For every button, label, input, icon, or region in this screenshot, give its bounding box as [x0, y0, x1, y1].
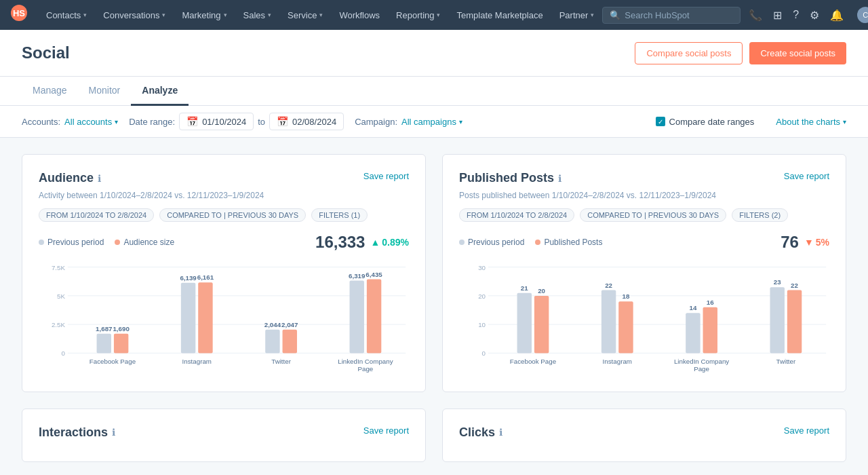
date-to-input[interactable]: 📅 02/08/2024: [269, 113, 344, 130]
compare-checkbox[interactable]: ✓: [656, 117, 665, 126]
nav-items: Contacts ▾ Conversations ▾ Marketing ▾ S…: [38, 0, 602, 30]
clicks-save-report[interactable]: Save report: [784, 425, 829, 436]
date-to-sep: to: [258, 117, 265, 127]
clicks-header: Clicks ℹ Save report: [459, 425, 829, 440]
info-icon[interactable]: ℹ: [558, 173, 561, 184]
published-posts-activity-note: Posts published between 1/10/2024–2/8/20…: [459, 191, 829, 200]
svg-text:2,047: 2,047: [281, 321, 298, 328]
audience-activity-note: Activity between 1/10/2024–2/8/2024 vs. …: [39, 191, 409, 200]
avatar: C: [857, 7, 868, 23]
tabs: Manage Monitor Analyze: [0, 77, 868, 106]
notifications-icon[interactable]: 🔔: [827, 6, 846, 24]
chevron-down-icon: ▾: [437, 12, 440, 18]
chevron-down-icon: ▾: [224, 12, 227, 18]
compare-label: Compare date ranges: [669, 117, 755, 127]
help-icon[interactable]: ?: [790, 6, 802, 24]
svg-text:10: 10: [478, 321, 486, 328]
svg-text:21: 21: [521, 284, 528, 292]
nav-partner[interactable]: Partner ▾: [551, 0, 603, 30]
audience-metric-value: 16,333: [315, 233, 365, 252]
svg-text:6,319: 6,319: [349, 272, 366, 280]
svg-text:7.5K: 7.5K: [52, 264, 66, 271]
tab-manage[interactable]: Manage: [22, 77, 78, 106]
svg-text:14: 14: [689, 304, 696, 311]
svg-text:23: 23: [774, 278, 781, 286]
hubspot-logo[interactable]: HS: [11, 5, 27, 25]
calendar-icon: 📅: [186, 116, 198, 127]
legend-dot-curr: [535, 240, 540, 245]
settings-icon[interactable]: ⚙: [807, 6, 822, 24]
audience-tag-2[interactable]: FILTERS (1): [311, 208, 368, 222]
pp-legend-prev: Previous period: [459, 238, 524, 247]
svg-rect-16: [198, 282, 212, 353]
phone-icon[interactable]: 📞: [746, 6, 765, 24]
date-from-input[interactable]: 📅 01/10/2024: [179, 113, 254, 130]
nav-service[interactable]: Service ▾: [279, 0, 331, 30]
published-posts-title: Published Posts: [459, 171, 554, 185]
svg-text:22: 22: [791, 282, 798, 289]
interactions-title: Interactions: [39, 425, 108, 440]
page-title: Social: [22, 30, 70, 76]
audience-tag-0[interactable]: FROM 1/10/2024 TO 2/8/2024: [39, 208, 154, 222]
pp-legend-curr: Published Posts: [535, 238, 602, 247]
chevron-down-icon: ▾: [459, 118, 462, 126]
search-box[interactable]: 🔍: [602, 7, 741, 24]
nav-conversations[interactable]: Conversations ▾: [95, 0, 174, 30]
interactions-card: Interactions ℹ Save report: [22, 408, 426, 462]
svg-rect-49: [686, 313, 700, 353]
svg-text:18: 18: [623, 292, 630, 300]
tab-analyze[interactable]: Analyze: [131, 77, 189, 106]
nav-sales[interactable]: Sales ▾: [235, 0, 280, 30]
calendar-icon: 📅: [277, 116, 288, 127]
svg-text:1,690: 1,690: [113, 325, 130, 332]
clicks-title-row: Clicks ℹ: [459, 425, 502, 440]
info-icon[interactable]: ℹ: [499, 427, 502, 438]
audience-tag-1[interactable]: COMPARED TO | PREVIOUS 30 DAYS: [159, 208, 306, 222]
create-social-posts-button[interactable]: Create social posts: [749, 42, 846, 64]
interactions-save-report[interactable]: Save report: [363, 425, 409, 436]
audience-title-row: Audience ℹ: [39, 171, 101, 185]
search-icon: 🔍: [610, 10, 620, 20]
svg-text:6,435: 6,435: [366, 271, 382, 278]
svg-rect-20: [265, 330, 279, 354]
pp-tag-2[interactable]: FILTERS (2): [732, 208, 788, 222]
svg-text:Page: Page: [694, 365, 709, 373]
nav-template-marketplace[interactable]: Template Marketplace: [448, 0, 551, 30]
published-posts-save-report[interactable]: Save report: [784, 171, 829, 181]
svg-rect-55: [770, 287, 784, 353]
svg-text:6,139: 6,139: [180, 274, 197, 282]
campaign-dropdown[interactable]: All campaigns ▾: [401, 117, 462, 127]
info-icon[interactable]: ℹ: [98, 173, 101, 184]
published-posts-title-row: Published Posts ℹ: [459, 171, 561, 185]
chevron-down-icon: ▾: [268, 12, 271, 18]
accounts-dropdown[interactable]: All accounts ▾: [64, 117, 118, 127]
tab-monitor[interactable]: Monitor: [78, 77, 132, 106]
published-posts-filter-tags: FROM 1/10/2024 TO 2/8/2024 COMPARED TO |…: [459, 208, 829, 222]
compare-date-ranges: ✓ Compare date ranges: [656, 117, 755, 127]
page-header: Social Compare social posts Create socia…: [0, 30, 868, 77]
about-charts-link[interactable]: About the charts ▾: [776, 117, 846, 127]
svg-rect-11: [114, 334, 128, 354]
audience-save-report[interactable]: Save report: [363, 171, 409, 181]
svg-rect-40: [534, 296, 549, 354]
nav-workflows[interactable]: Workflows: [331, 0, 388, 30]
svg-text:5K: 5K: [57, 292, 65, 300]
chevron-down-icon: ▾: [115, 118, 118, 126]
nav-right: 🔍 📞 ⊞ ? ⚙ 🔔 C Crowd ▾: [602, 6, 868, 24]
nav-reporting[interactable]: Reporting ▾: [388, 0, 448, 30]
pp-tag-1[interactable]: COMPARED TO | PREVIOUS 30 DAYS: [580, 208, 726, 222]
audience-title: Audience: [39, 171, 94, 185]
search-input[interactable]: [625, 10, 733, 20]
user-menu[interactable]: C Crowd ▾: [852, 7, 868, 23]
header-actions: Compare social posts Create social posts: [635, 42, 846, 64]
compare-social-posts-button[interactable]: Compare social posts: [635, 42, 743, 64]
legend-dot-curr: [115, 240, 120, 245]
chevron-down-icon: ▾: [319, 12, 323, 18]
published-posts-legend: Previous period Published Posts: [459, 238, 602, 247]
published-posts-chart: 30201002120Facebook Page2218Instagram141…: [459, 257, 829, 375]
nav-contacts[interactable]: Contacts ▾: [38, 0, 95, 30]
pp-tag-0[interactable]: FROM 1/10/2024 TO 2/8/2024: [459, 208, 574, 222]
info-icon[interactable]: ℹ: [112, 427, 115, 438]
apps-icon[interactable]: ⊞: [770, 6, 785, 24]
nav-marketing[interactable]: Marketing ▾: [174, 0, 235, 30]
